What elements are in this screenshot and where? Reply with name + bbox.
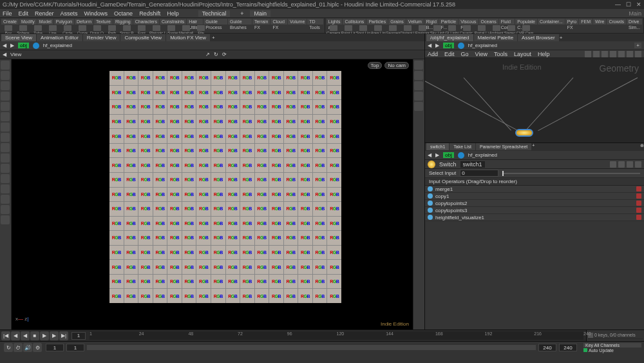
- node-switch[interactable]: [515, 129, 533, 137]
- tool-icon[interactable]: [1, 102, 10, 111]
- audio-icon[interactable]: 🔊: [23, 343, 32, 352]
- menu-item[interactable]: Edit: [19, 10, 29, 17]
- plus-tab-icon[interactable]: +: [560, 35, 563, 41]
- plus-tab-icon[interactable]: +: [212, 35, 215, 41]
- tab-spreadsheet[interactable]: Parameter Spreadsheet: [476, 143, 531, 150]
- timeline-track[interactable]: 124487296120144168192216240: [90, 331, 583, 340]
- tool-icon[interactable]: [1, 215, 10, 224]
- net-tool-icon[interactable]: [601, 51, 608, 57]
- tool-icon[interactable]: [1, 153, 10, 162]
- tab-anim-editor[interactable]: Animation Editor: [37, 34, 82, 41]
- shelf-tab[interactable]: Model: [37, 19, 53, 25]
- shelf-tab[interactable]: Vellum: [406, 19, 424, 25]
- tool-icon[interactable]: [414, 61, 423, 70]
- shelf-tab[interactable]: Modify: [19, 19, 37, 25]
- stop-button[interactable]: ■: [30, 331, 39, 340]
- shelf-tab[interactable]: Rigid B...: [424, 19, 439, 25]
- menu-item[interactable]: Redshift: [139, 10, 160, 17]
- desktop-selector[interactable]: Technical: [198, 10, 231, 17]
- shelf-tab[interactable]: Container...: [538, 19, 565, 25]
- tab-composite[interactable]: Composite View: [120, 34, 166, 41]
- net-tool-icon[interactable]: [618, 51, 625, 57]
- camera-select[interactable]: No cam: [384, 62, 409, 69]
- last-frame-button[interactable]: ▶|: [59, 331, 68, 340]
- tool-icon[interactable]: [1, 205, 10, 214]
- net-tool-icon[interactable]: [627, 51, 633, 57]
- delete-icon[interactable]: [636, 215, 641, 220]
- back-icon[interactable]: ◀: [428, 43, 431, 48]
- input-row[interactable]: merge1: [425, 186, 644, 193]
- loop-icon[interactable]: ↻: [4, 343, 13, 352]
- range-start-field[interactable]: [46, 344, 64, 351]
- shelf-tab[interactable]: Fluid Con...: [499, 19, 515, 25]
- net-tool-icon[interactable]: [635, 51, 641, 57]
- maximize-icon[interactable]: ☐: [626, 1, 631, 8]
- shelf-tab[interactable]: Terrain FX: [252, 19, 270, 25]
- delete-icon[interactable]: [636, 193, 641, 199]
- tool-icon[interactable]: [1, 112, 10, 121]
- tool-icon[interactable]: [1, 143, 10, 152]
- input-row[interactable]: heightfield_visualize1: [425, 214, 644, 221]
- delete-icon[interactable]: [636, 201, 641, 206]
- menu-item[interactable]: Octane: [114, 10, 133, 17]
- keyall-button[interactable]: Key All Channels: [583, 343, 641, 348]
- shelf-tab[interactable]: Populate C...: [515, 19, 537, 25]
- plus-icon[interactable]: +: [240, 10, 243, 17]
- input-row[interactable]: copytopoints2: [425, 200, 644, 207]
- input-row[interactable]: copy1: [425, 193, 644, 200]
- menu-item[interactable]: Add: [428, 51, 438, 57]
- menu-item[interactable]: View: [475, 51, 488, 57]
- path-node[interactable]: hf_explained: [468, 43, 497, 48]
- path-node[interactable]: hf_explained: [468, 152, 497, 158]
- shelf-tab[interactable]: Guide Brushes: [228, 19, 252, 25]
- range-start2-field[interactable]: [66, 344, 84, 351]
- back-icon[interactable]: ◀: [428, 152, 431, 158]
- tool-icon[interactable]: [1, 174, 10, 183]
- tool-icon[interactable]: [1, 81, 10, 90]
- shelf-tab[interactable]: TD Tools: [307, 19, 323, 25]
- menu-item[interactable]: Edit: [444, 51, 455, 57]
- pin-icon[interactable]: ⊕: [640, 143, 644, 151]
- plus-tab-icon[interactable]: +: [532, 143, 535, 151]
- tool-icon[interactable]: [1, 195, 10, 204]
- tool-icon[interactable]: [1, 184, 10, 193]
- delete-icon[interactable]: [636, 186, 641, 191]
- shelf-tab[interactable]: Lights a...: [327, 19, 343, 25]
- fwd-icon[interactable]: ▶: [435, 43, 439, 48]
- autoupdate-select[interactable]: Auto Update: [589, 348, 614, 353]
- param-value-field[interactable]: [460, 170, 498, 177]
- prev-frame-button[interactable]: ◀: [11, 331, 20, 340]
- gear-icon[interactable]: [610, 161, 616, 168]
- tab-node[interactable]: switch1: [426, 143, 449, 150]
- shelf-tab[interactable]: Texture: [94, 19, 113, 25]
- next-frame-button[interactable]: ▶: [50, 331, 59, 340]
- play-back-button[interactable]: ◀: [21, 331, 30, 340]
- shelf-tab[interactable]: Drive Sim...: [627, 19, 642, 25]
- play-button[interactable]: ▶: [40, 331, 49, 340]
- menu-item[interactable]: Windows: [84, 10, 108, 17]
- view-tool-icon[interactable]: ↗: [205, 52, 210, 57]
- range-end2-field[interactable]: [559, 344, 577, 351]
- shelf-tab[interactable]: Particles: [366, 19, 388, 25]
- menu-item[interactable]: Layout: [514, 51, 531, 57]
- tab-scene-view[interactable]: Scene View: [1, 34, 36, 41]
- tab-asset[interactable]: Asset Browser: [518, 34, 559, 41]
- network-canvas[interactable]: Geometry Indie Edition: [425, 58, 644, 142]
- tool-icon[interactable]: [1, 164, 10, 173]
- shelf-tab[interactable]: Deform: [75, 19, 93, 25]
- shelf-tab[interactable]: Hair Utils: [187, 19, 203, 25]
- menu-item[interactable]: Help: [538, 51, 550, 57]
- shelf-tab[interactable]: Collisions: [343, 19, 366, 25]
- view-tool-icon[interactable]: ⟳: [222, 52, 227, 57]
- menu-item[interactable]: Render: [35, 10, 54, 17]
- flag-icon[interactable]: [635, 161, 641, 168]
- menu-item[interactable]: Tools: [494, 51, 507, 57]
- input-row[interactable]: copytopoints3: [425, 207, 644, 214]
- tool-icon[interactable]: [414, 102, 423, 111]
- node-name-field[interactable]: switch1: [460, 161, 485, 168]
- shelf-tab[interactable]: Wire: [593, 19, 606, 25]
- back-icon[interactable]: ◀: [3, 43, 6, 48]
- range-end-field[interactable]: [538, 344, 556, 351]
- path-obj[interactable]: obj: [443, 152, 454, 158]
- main-tab[interactable]: Main: [250, 10, 270, 17]
